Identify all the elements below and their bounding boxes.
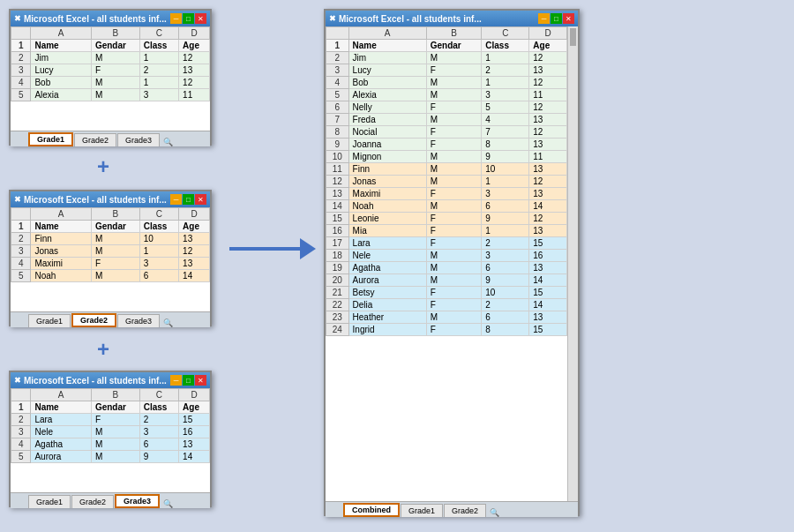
arrow-head	[300, 238, 316, 259]
grade3-tab-grade3[interactable]: Grade3	[115, 494, 160, 508]
combined-cell-15d: 12	[529, 213, 567, 225]
grade3-maximize-btn[interactable]: □	[183, 375, 194, 386]
grade3-cell-2c: 2	[139, 414, 178, 426]
combined-cell-11c: 10	[482, 163, 529, 176]
grade1-row-3: 3	[11, 64, 31, 77]
grade3-title-bar: ✖ Microsoft Excel - all students inf... …	[11, 372, 210, 388]
grade3-minimize-btn[interactable]: ─	[170, 375, 182, 386]
arrow-connector	[229, 238, 316, 259]
table-row: 23 Heather M 6 13	[326, 311, 567, 324]
grade3-col-b: B	[91, 389, 139, 401]
combined-tab-combined[interactable]: Combined	[343, 503, 400, 517]
grade3-tab-grade2[interactable]: Grade2	[71, 495, 114, 508]
combined-h-name: Name	[348, 40, 426, 52]
combined-row-5: 5	[326, 89, 349, 101]
grade2-tab-grade3[interactable]: Grade3	[117, 314, 160, 327]
grade1-cell-3b: F	[91, 64, 139, 77]
grade1-minimize-btn[interactable]: ─	[170, 13, 182, 24]
grade2-h-name: Name	[31, 221, 91, 233]
grade2-cell-2c: 10	[139, 233, 178, 245]
grade1-col-c: C	[139, 27, 178, 40]
combined-cell-2b: M	[426, 52, 482, 64]
grade1-maximize-btn[interactable]: □	[183, 13, 194, 24]
combined-scrollbar[interactable]	[567, 26, 578, 501]
combined-h-age: Age	[529, 40, 567, 52]
grade2-row-1: 1	[11, 221, 31, 233]
combined-h-class: Class	[482, 40, 529, 52]
combined-row-17: 17	[326, 237, 349, 250]
grade3-window: ✖ Microsoft Excel - all students inf... …	[9, 371, 212, 507]
combined-col-b: B	[426, 27, 482, 40]
table-row: 2 Jim M 1 12	[326, 52, 567, 64]
table-row: 6 Nelly F 5 12	[326, 101, 567, 114]
combined-minimize-btn[interactable]: ─	[538, 13, 550, 24]
grade1-tab-grade1[interactable]: Grade1	[28, 132, 73, 146]
grade3-cell-4b: M	[91, 438, 139, 451]
combined-close-btn[interactable]: ✕	[563, 13, 574, 24]
combined-row-8: 8	[326, 126, 349, 139]
combined-cell-6b: F	[426, 101, 482, 114]
grade2-col-b: B	[91, 208, 139, 221]
combined-cell-18c: 3	[482, 250, 529, 262]
grade2-tab-grade2[interactable]: Grade2	[71, 313, 116, 327]
grade3-tab-bar: Grade1 Grade2 Grade3 🔍	[11, 492, 210, 508]
grade3-cell-2b: F	[91, 414, 139, 426]
grade1-h-name: Name	[31, 40, 91, 52]
combined-tab-grade1[interactable]: Grade1	[401, 504, 443, 517]
combined-cell-21a: Betsy	[348, 287, 426, 299]
combined-cell-17b: F	[426, 237, 482, 250]
grade1-cell-2d: 12	[179, 52, 210, 64]
grade1-close-btn[interactable]: ✕	[195, 13, 206, 24]
combined-row-12: 12	[326, 176, 349, 188]
combined-col-a: A	[348, 27, 426, 40]
table-row: 19 Agatha M 6 13	[326, 262, 567, 274]
grade2-h-gendar: Gendar	[91, 221, 139, 233]
grade1-cell-2a: Jim	[31, 52, 91, 64]
grade3-tab-grade1[interactable]: Grade1	[28, 495, 71, 508]
grade1-tab-icon: 🔍	[163, 138, 173, 146]
grade3-row-5: 5	[11, 451, 31, 463]
grade3-corner	[11, 389, 31, 401]
excel-icon: ✖	[14, 14, 21, 23]
grade2-tab-bar: Grade1 Grade2 Grade3 🔍	[11, 311, 210, 327]
combined-cell-7b: M	[426, 114, 482, 126]
grade2-cell-5a: Noah	[31, 270, 91, 282]
combined-cell-19c: 6	[482, 262, 529, 274]
combined-window: ✖ Microsoft Excel - all students inf... …	[324, 9, 580, 516]
grade1-win-controls: ─ □ ✕	[170, 13, 206, 24]
grade3-cell-5b: M	[91, 451, 139, 463]
grade2-close-btn[interactable]: ✕	[195, 194, 206, 205]
combined-maximize-btn[interactable]: □	[551, 13, 562, 24]
combined-cell-14d: 14	[529, 200, 567, 213]
combined-scrollbar-thumb[interactable]	[570, 28, 576, 46]
grade2-spreadsheet: A B C D 1 Name Gendar Class Age 2 Finn M	[11, 207, 210, 311]
grade1-tab-grade3[interactable]: Grade3	[117, 133, 160, 146]
combined-cell-10c: 9	[482, 151, 529, 163]
table-row: 10 Mignon M 9 11	[326, 151, 567, 163]
combined-row-18: 18	[326, 250, 349, 262]
grade2-maximize-btn[interactable]: □	[183, 194, 194, 205]
grade1-cell-4d: 12	[179, 77, 210, 89]
grade3-table: A B C D 1 Name Gendar Class Age 2 Lara F	[11, 388, 210, 463]
table-row: 20 Aurora M 9 14	[326, 274, 567, 287]
grade2-minimize-btn[interactable]: ─	[170, 194, 182, 205]
grade3-h-class: Class	[139, 401, 178, 414]
grade2-tab-grade1[interactable]: Grade1	[28, 314, 71, 327]
combined-cell-7d: 13	[529, 114, 567, 126]
table-row: 22 Delia F 2 14	[326, 299, 567, 311]
table-row: 15 Leonie F 9 12	[326, 213, 567, 225]
combined-tab-grade2[interactable]: Grade2	[444, 504, 486, 517]
combined-cell-17a: Lara	[348, 237, 426, 250]
grade1-cell-5b: M	[91, 89, 139, 101]
grade1-tab-grade2[interactable]: Grade2	[74, 133, 116, 146]
grade1-cell-4a: Bob	[31, 77, 91, 89]
combined-row-20: 20	[326, 274, 349, 287]
grade3-cell-3b: M	[91, 426, 139, 438]
grade2-cell-5c: 6	[139, 270, 178, 282]
table-row: 12 Jonas M 1 12	[326, 176, 567, 188]
combined-cell-22c: 2	[482, 299, 529, 311]
grade3-close-btn[interactable]: ✕	[195, 375, 206, 386]
grade3-row-4: 4	[11, 438, 31, 451]
table-row: 18 Nele M 3 16	[326, 250, 567, 262]
combined-cell-11a: Finn	[348, 163, 426, 176]
